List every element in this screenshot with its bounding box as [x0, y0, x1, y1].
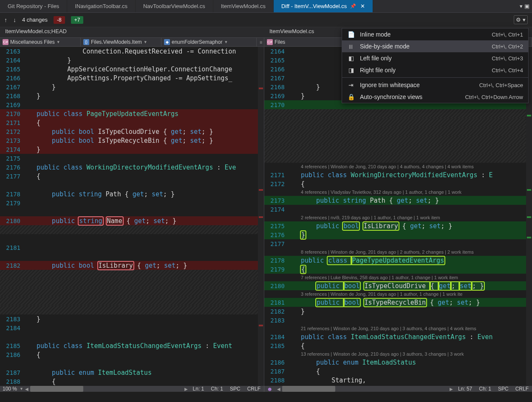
code-line[interactable]: 2173 public string Path { get; set; }: [264, 196, 532, 205]
code-line[interactable]: 2177{: [0, 172, 264, 181]
code-line[interactable]: 2187 {: [264, 367, 532, 376]
menu-item[interactable]: 📄Inline modeCtrl+\, Ctrl+1: [342, 28, 528, 40]
changes-summary-bar: ↑ ↓ 4 changes -8 +7 ⚙ ▾: [0, 13, 532, 27]
tab-itemvm[interactable]: ItemViewModel.cs: [213, 0, 274, 12]
menu-item[interactable]: ◧Left file onlyCtrl+\, Ctrl+3: [342, 52, 528, 64]
code-line[interactable]: 2163 Connection.RequestReceived -= Conne…: [0, 47, 264, 56]
left-minimap[interactable]: [258, 47, 264, 386]
menu-item[interactable]: ⇥Ignore trim whitespaceCtrl+\, Ctrl+Spac…: [342, 79, 528, 91]
scroll-right-button[interactable]: ▶: [183, 387, 190, 391]
tab-inav[interactable]: INavigationToolbar.cs: [67, 0, 136, 12]
blank-line: [0, 181, 264, 190]
zoom-dropdown-icon[interactable]: ▼: [20, 387, 23, 391]
dd-split[interactable]: ⫼: [257, 38, 264, 46]
csharp-icon: C#: [3, 39, 8, 45]
code-line[interactable]: 2175: [0, 154, 264, 163]
code-line[interactable]: 2173 public bool IsTypeRecycleBin { get;…: [0, 136, 264, 145]
codelens[interactable]: 2 references | nvi9, 219 days ago | 1 au…: [264, 214, 532, 221]
code-line[interactable]: 2184: [0, 323, 264, 332]
scroll-left-button[interactable]: ◀: [23, 387, 30, 391]
code-line[interactable]: 2185public class ItemLoadStatusChangedEv…: [0, 341, 264, 350]
code-line[interactable]: 2182}: [264, 307, 532, 316]
code-line[interactable]: 2181: [0, 243, 264, 252]
tab-diff-active[interactable]: Diff - ItemV...ViewModel.cs 📌 ✕: [274, 0, 373, 12]
code-line[interactable]: 2172 public bool IsTypeCloudDrive { get;…: [0, 127, 264, 136]
code-line[interactable]: 2170public class PageTypeUpdatedEventArg…: [0, 109, 264, 118]
code-line[interactable]: 2186 public enum ItemLoadStatus: [264, 358, 532, 367]
codelens[interactable]: 4 references | Vladyslav Tsvietkov, 312 …: [264, 188, 532, 196]
codelens[interactable]: 8 references | Winston de Jong, 201 days…: [264, 248, 532, 256]
menu-item-label: Ignore trim whitespace: [360, 82, 474, 88]
diff-gap: [264, 127, 532, 136]
code-line[interactable]: 2178public class PageTypeUpdatedEventArg…: [264, 256, 532, 265]
code-line[interactable]: 2188 {: [0, 377, 264, 386]
scroll-thumb-right[interactable]: [282, 386, 448, 392]
code-line[interactable]: 2171public class WorkingDirectoryModifie…: [264, 170, 532, 179]
code-line[interactable]: 2179{: [264, 265, 532, 274]
tab-navtoolbar[interactable]: NavToolbarViewModel.cs: [136, 0, 213, 12]
code-line[interactable]: 2178 public string Path { get; set; }: [0, 190, 264, 198]
next-change-button[interactable]: ↓: [13, 17, 16, 23]
code-line[interactable]: 2166 AppSettings.PropertyChanged -= AppS…: [0, 74, 264, 82]
tab-git-repo[interactable]: Git Repository - Files: [0, 0, 67, 12]
dd-namespace[interactable]: {}Files.ViewModels.Item▼: [81, 38, 161, 46]
zoom-label[interactable]: 100 %: [0, 386, 20, 392]
scroll-thumb-left[interactable]: [30, 386, 183, 392]
code-line[interactable]: 2180 public bool IsTypeCloudDrive { get;…: [264, 281, 532, 290]
menu-separator: [342, 77, 528, 78]
method-icon: ◆: [164, 39, 170, 45]
menu-item[interactable]: ◨Right file onlyCtrl+\, Ctrl+4: [342, 64, 528, 76]
diff-gap: [264, 136, 532, 145]
code-line[interactable]: 2172{: [264, 179, 532, 188]
codelens[interactable]: 21 references | Winston de Jong, 210 day…: [264, 325, 532, 332]
menu-item-shortcut: Ctrl+\, Ctrl+1: [492, 31, 523, 38]
code-line[interactable]: 2176public class WorkingDirectoryModifie…: [0, 163, 264, 172]
blank-line: [0, 252, 264, 261]
prev-change-button[interactable]: ↑: [4, 17, 7, 23]
code-line[interactable]: 2187 public enum ItemLoadStatus: [0, 368, 264, 377]
code-line[interactable]: 2179: [0, 198, 264, 207]
code-line[interactable]: 2175 public bool IsLibrary { get; set; }: [264, 221, 532, 230]
menu-item[interactable]: ⫼Side-by-side modeCtrl+\, Ctrl+2: [342, 40, 528, 52]
menu-item-icon: ◨: [347, 67, 355, 74]
code-line[interactable]: 2167 }: [0, 82, 264, 91]
diff-settings-button[interactable]: ⚙ ▾: [514, 15, 528, 24]
diff-gap: [264, 154, 532, 163]
code-line[interactable]: 2186{: [0, 350, 264, 359]
code-line[interactable]: 2183: [264, 316, 532, 325]
blank-line: [0, 207, 264, 216]
code-line[interactable]: 2180 public string Name { get; set; }: [0, 216, 264, 225]
crlf-label: CRLF: [244, 386, 264, 392]
code-line[interactable]: 2182 public bool IsLibrary { get; set; }: [0, 261, 264, 270]
codelens[interactable]: 7 references | Luke Blevins, 258 days ag…: [264, 274, 532, 281]
feedback-icon[interactable]: ☻: [264, 386, 275, 392]
dd-member[interactable]: ◆enumFolderSemaphor▼: [161, 38, 257, 46]
pin-icon[interactable]: 📌: [350, 3, 356, 9]
close-icon[interactable]: ✕: [360, 3, 365, 9]
code-line[interactable]: 2174}: [0, 145, 264, 154]
code-line[interactable]: 2185{: [264, 341, 532, 350]
left-pane[interactable]: 2163 Connection.RequestReceived -= Conne…: [0, 47, 264, 386]
code-line[interactable]: 2174: [264, 205, 532, 214]
chevron-down-icon[interactable]: ▾: [520, 3, 523, 9]
code-line[interactable]: 2184public class ItemLoadStatusChangedEv…: [264, 332, 532, 341]
scroll-right-button-r[interactable]: ▶: [448, 387, 455, 391]
code-line[interactable]: 2169: [0, 100, 264, 109]
scroll-left-button-r[interactable]: ◀: [275, 387, 282, 391]
code-line[interactable]: 2183}: [0, 314, 264, 323]
codelens[interactable]: 4 references | Winston de Jong, 210 days…: [264, 163, 532, 170]
codelens[interactable]: 3 references | Winston de Jong, 201 days…: [264, 290, 532, 298]
codelens[interactable]: 13 references | Winston de Jong, 210 day…: [264, 350, 532, 358]
code-line[interactable]: 2181 public bool IsTypeRecycleBin { get;…: [264, 298, 532, 307]
code-line[interactable]: 2177: [264, 239, 532, 248]
code-line[interactable]: 2171{: [0, 118, 264, 127]
code-line[interactable]: 2165 AppServiceConnectionHelper.Connecti…: [0, 65, 264, 74]
changes-count: 4 changes: [22, 17, 48, 23]
code-line[interactable]: 2188 Starting,: [264, 376, 532, 385]
code-line[interactable]: 2176}: [264, 230, 532, 239]
code-line[interactable]: 2164 }: [0, 56, 264, 65]
window-icon[interactable]: ▣: [524, 3, 529, 9]
code-line[interactable]: 2168}: [0, 91, 264, 100]
menu-item[interactable]: 🔒Auto-synchronize viewsCtrl+\, Ctrl+Down…: [342, 91, 528, 103]
dd-project[interactable]: C#Miscellaneous Files▼: [0, 38, 81, 46]
